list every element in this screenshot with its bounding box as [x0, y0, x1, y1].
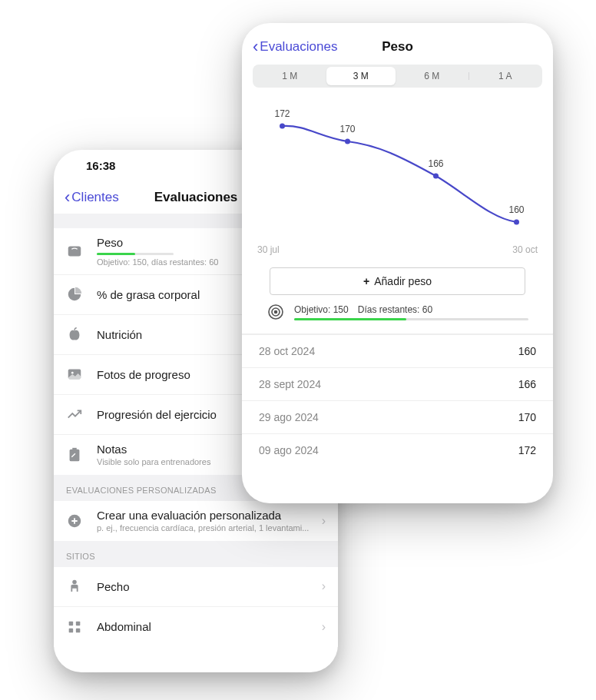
entry-date: 28 sept 2024	[259, 378, 321, 390]
weight-chart: 172 170 166 160 30 jul 30 oct	[242, 94, 553, 258]
chevron-right-icon: ›	[322, 514, 326, 528]
back-button[interactable]: ‹ Clientes	[65, 189, 119, 206]
entry-value: 172	[518, 444, 536, 456]
scale-icon	[66, 243, 83, 260]
goal-row: Objetivo: 150 Días restantes: 60	[242, 303, 553, 333]
data-label-2: 166	[428, 158, 443, 169]
add-weight-button[interactable]: + Añadir peso	[270, 267, 525, 295]
custom-list: Crear una evaluación personalizada p. ej…	[54, 501, 338, 541]
svg-point-5	[72, 580, 77, 585]
x-axis-end: 30 oct	[512, 244, 538, 255]
nav-header: ‹ Evaluaciones Peso	[242, 23, 553, 57]
plus-icon: +	[363, 275, 369, 287]
timerange-6m[interactable]: 6 M	[397, 67, 467, 85]
timerange-3m[interactable]: 3 M	[326, 67, 396, 85]
timerange-1a[interactable]: 1 A	[471, 67, 541, 85]
svg-rect-6	[69, 621, 74, 625]
row-subtitle: p. ej., frecuencia cardíaca, presión art…	[97, 523, 322, 532]
plus-circle-icon	[66, 513, 83, 529]
weight-entries-list: 28 oct 2024 160 28 sept 2024 166 29 ago …	[242, 333, 553, 466]
section-sites-header: Sitios	[54, 541, 338, 567]
svg-rect-9	[76, 628, 81, 632]
entry-row[interactable]: 09 ago 2024 172	[242, 433, 553, 466]
chevron-right-icon: ›	[322, 620, 326, 634]
grid-icon	[66, 619, 83, 635]
entry-date: 09 ago 2024	[259, 444, 319, 456]
row-title: Abdominal	[97, 620, 322, 633]
body-icon	[66, 578, 83, 595]
timerange-segmented: 1 M 3 M 6 M 1 A	[253, 65, 542, 88]
row-abdominal[interactable]: Abdominal ›	[54, 607, 338, 647]
svg-point-11	[345, 139, 350, 144]
data-label-3: 160	[508, 204, 524, 215]
entry-value: 166	[518, 378, 536, 390]
svg-rect-8	[69, 628, 74, 632]
timerange-1m[interactable]: 1 M	[255, 67, 325, 85]
entry-date: 29 ago 2024	[259, 411, 319, 423]
pie-icon	[66, 286, 83, 303]
phone-weight-detail: ‹ Evaluaciones Peso 1 M 3 M 6 M 1 A 172 …	[242, 23, 553, 503]
target-icon	[267, 303, 285, 321]
chevron-right-icon: ›	[322, 579, 326, 593]
chevron-left-icon: ‹	[253, 38, 258, 55]
goal-label: Objetivo: 150	[294, 304, 349, 315]
photo-icon	[66, 366, 83, 383]
svg-point-2	[71, 372, 74, 374]
row-title: Pecho	[97, 580, 322, 593]
back-label: Evaluaciones	[260, 39, 337, 55]
svg-point-13	[514, 220, 519, 225]
apple-icon	[66, 326, 83, 343]
data-label-1: 170	[339, 124, 355, 134]
trend-icon	[66, 406, 83, 423]
svg-rect-7	[76, 621, 81, 625]
days-remaining: Días restantes: 60	[358, 304, 432, 315]
back-label: Clientes	[71, 190, 118, 205]
data-label-0: 172	[274, 108, 290, 119]
back-button[interactable]: ‹ Evaluaciones	[253, 38, 337, 55]
entry-date: 28 oct 2024	[259, 345, 315, 357]
goal-progress-bar	[294, 318, 528, 320]
svg-rect-3	[70, 449, 80, 461]
line-chart-svg: 172 170 166 160	[257, 103, 538, 241]
svg-point-10	[280, 124, 285, 129]
sites-list: Pecho › Abdominal ›	[54, 567, 338, 647]
entry-row[interactable]: 29 ago 2024 170	[242, 400, 553, 433]
chevron-left-icon: ‹	[65, 189, 70, 206]
entry-row[interactable]: 28 sept 2024 166	[242, 367, 553, 400]
row-title: Crear una evaluación personalizada	[97, 509, 322, 522]
status-time: 16:38	[86, 159, 115, 172]
row-create-custom[interactable]: Crear una evaluación personalizada p. ej…	[54, 501, 338, 541]
entry-value: 170	[518, 411, 536, 423]
note-icon	[66, 446, 83, 463]
entry-row[interactable]: 28 oct 2024 160	[242, 333, 553, 367]
x-axis-start: 30 jul	[257, 244, 280, 255]
progress-bar	[97, 253, 174, 255]
add-weight-label: Añadir peso	[374, 275, 432, 287]
entry-value: 160	[518, 345, 536, 357]
svg-point-16	[275, 311, 277, 314]
row-pecho[interactable]: Pecho ›	[54, 567, 338, 607]
svg-point-12	[433, 174, 439, 179]
